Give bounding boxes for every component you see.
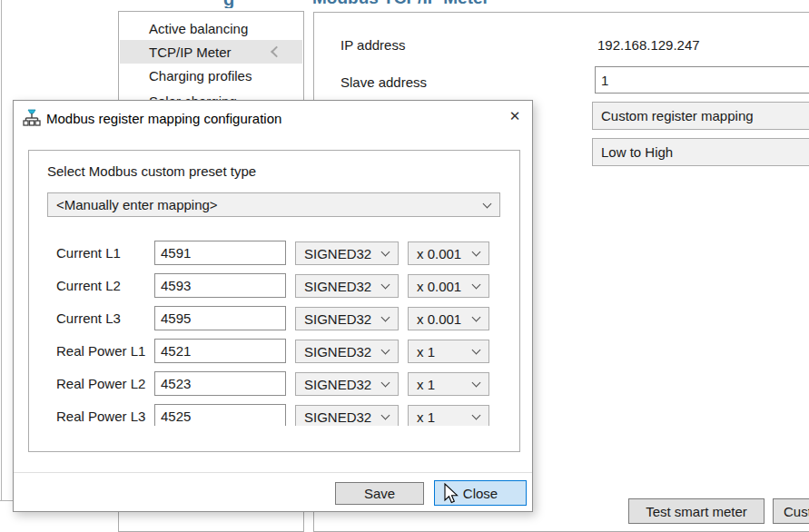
sidebar-item-charging-profiles[interactable]: Charging profiles (120, 64, 302, 87)
mapping-row-current-l1: Current L1 SIGNED32 x 0.001 (29, 241, 519, 266)
type-dropdown[interactable]: SIGNED32 (295, 405, 399, 426)
type-dropdown[interactable]: SIGNED32 (295, 340, 399, 363)
multiplier-dropdown[interactable]: x 0.001 (408, 307, 489, 330)
sidebar-item-label: TCP/IP Meter (149, 44, 232, 60)
save-label: Save (364, 486, 395, 501)
sidebar-item-label: Charging profiles (149, 68, 252, 84)
byte-order-dropdown[interactable]: Low to High (592, 138, 809, 166)
background-window-left-edge (1, 0, 2, 500)
page-heading-left-fragment: g (216, 0, 254, 8)
row-label: Current L2 (56, 278, 121, 293)
type-dropdown[interactable]: SIGNED32 (295, 372, 399, 396)
close-x-icon: ✕ (509, 108, 521, 124)
chevron-down-icon (472, 411, 481, 420)
chevron-down-icon (381, 346, 390, 355)
row-label: Current L1 (56, 245, 121, 261)
chevron-down-icon (472, 346, 481, 355)
save-button[interactable]: Save (335, 482, 424, 505)
multiplier-value: x 1 (417, 344, 435, 360)
type-value: SIGNED32 (304, 279, 371, 294)
chevron-left-icon (271, 46, 282, 58)
register-input[interactable] (154, 273, 286, 298)
chevron-down-icon (472, 379, 481, 388)
type-dropdown[interactable]: SIGNED32 (295, 241, 399, 265)
chevron-down-icon (472, 313, 481, 322)
chevron-down-icon (381, 313, 390, 322)
mapping-row-current-l3: Current L3 SIGNED32 x 0.001 (29, 306, 519, 331)
row-label: Real Power L1 (56, 343, 145, 359)
multiplier-dropdown[interactable]: x 0.001 (408, 241, 489, 265)
preset-type-value: <Manually enter mapping> (56, 197, 218, 212)
type-value: SIGNED32 (304, 377, 371, 392)
slave-address-input[interactable] (595, 66, 809, 94)
mapping-row-current-l2: Current L2 SIGNED32 x 0.001 (29, 273, 519, 299)
dialog-footer-divider (14, 472, 532, 473)
register-input[interactable] (154, 241, 286, 265)
multiplier-value: x 0.001 (417, 246, 461, 261)
chevron-down-icon (472, 248, 481, 257)
chevron-down-icon (381, 379, 390, 388)
register-mapping-dropdown[interactable]: Custom register mapping (592, 102, 809, 130)
mapping-row-real-power-l3: Real Power L3 SIGNED32 x 1 (29, 404, 519, 426)
sidebar-item-active-balancing[interactable]: Active balancing (120, 16, 302, 40)
multiplier-dropdown[interactable]: x 1 (408, 372, 489, 396)
chevron-down-icon (472, 281, 481, 290)
chevron-down-icon (381, 281, 390, 290)
modbus-register-mapping-dialog: Modbus register mapping configuration ✕ … (13, 100, 533, 512)
preset-type-label: Select Modbus custom preset type (47, 163, 256, 179)
page-heading-modbus-tcpip-meter: Modbus TCP/IP Meter (312, 0, 508, 7)
row-label: Current L3 (56, 310, 121, 326)
multiplier-dropdown[interactable]: x 0.001 (408, 274, 489, 298)
mapping-row-real-power-l1: Real Power L1 SIGNED32 x 1 (29, 339, 519, 364)
type-value: SIGNED32 (304, 344, 371, 360)
background-window-bottom-edge (0, 500, 13, 501)
register-input[interactable] (154, 371, 286, 396)
multiplier-dropdown[interactable]: x 1 (408, 340, 489, 363)
mapping-dialog-icon (23, 109, 41, 127)
slave-address-label: Slave address (340, 74, 427, 90)
custom-button-label: Custo (784, 504, 809, 519)
chevron-down-icon (381, 248, 390, 257)
register-input[interactable] (154, 339, 286, 363)
multiplier-value: x 1 (417, 377, 435, 392)
chevron-down-icon (381, 411, 390, 420)
ip-address-label: IP address (340, 37, 405, 53)
test-smart-meter-button[interactable]: Test smart meter (628, 498, 765, 524)
dialog-close-button[interactable]: ✕ (501, 103, 528, 129)
multiplier-value: x 0.001 (417, 311, 461, 327)
ip-address-value: 192.168.129.247 (597, 37, 700, 53)
type-value: SIGNED32 (304, 311, 371, 327)
register-input[interactable] (154, 306, 286, 330)
mapping-row-real-power-l2: Real Power L2 SIGNED32 x 1 (29, 371, 519, 397)
sidebar-item-label: Active balancing (149, 21, 248, 36)
test-smart-meter-label: Test smart meter (646, 504, 747, 519)
row-label: Real Power L3 (56, 409, 145, 424)
mapping-panel: Select Modbus custom preset type <Manual… (28, 150, 520, 452)
close-label: Close (463, 486, 498, 501)
sidebar-item-tcpip-meter[interactable]: TCP/IP Meter (120, 40, 302, 64)
preset-type-dropdown[interactable]: <Manually enter mapping> (47, 192, 500, 217)
chevron-down-icon (483, 199, 492, 208)
register-input[interactable] (154, 404, 286, 426)
register-mapping-value: Custom register mapping (601, 108, 754, 123)
custom-register-mapping-button-truncated[interactable]: Custo (773, 498, 809, 524)
dialog-title: Modbus register mapping configuration (46, 111, 281, 126)
type-value: SIGNED32 (304, 246, 371, 261)
type-value: SIGNED32 (304, 409, 371, 425)
multiplier-value: x 0.001 (417, 279, 461, 294)
byte-order-value: Low to High (601, 144, 673, 160)
multiplier-dropdown[interactable]: x 1 (408, 405, 489, 426)
close-button[interactable]: Close (434, 480, 527, 506)
multiplier-value: x 1 (417, 409, 435, 425)
screen: g Modbus TCP/IP Meter Active balancing T… (0, 0, 809, 532)
row-label: Real Power L2 (56, 376, 145, 391)
type-dropdown[interactable]: SIGNED32 (295, 274, 399, 298)
mapping-rows-viewport: Current L1 SIGNED32 x 0.001 Current L2 S… (29, 233, 519, 426)
type-dropdown[interactable]: SIGNED32 (295, 307, 399, 330)
